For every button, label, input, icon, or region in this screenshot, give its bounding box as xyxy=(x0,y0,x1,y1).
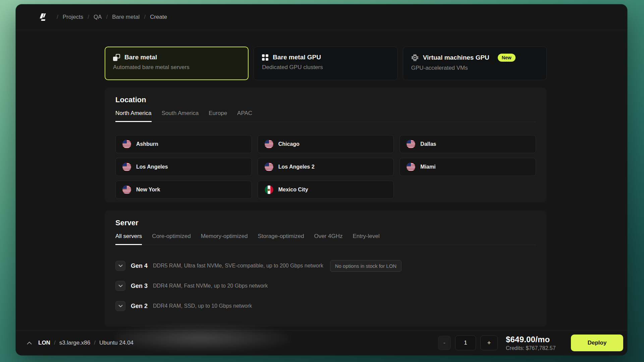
card-title: Bare metal xyxy=(124,54,157,61)
generation-name: Gen 2 xyxy=(131,303,148,310)
city-option-chicago[interactable]: Chicago xyxy=(258,135,394,153)
city-option-los-angeles[interactable]: Los Angeles xyxy=(115,158,252,176)
card-title: Virtual machines GPU xyxy=(423,54,489,61)
price-block: $649.00/mo Credits: $767,782.57 xyxy=(506,335,563,351)
new-badge: New xyxy=(498,54,516,62)
city-option-mexico-city[interactable]: Mexico City xyxy=(258,181,394,199)
city-option-ashburn[interactable]: Ashburn xyxy=(115,135,252,153)
us-flag-icon xyxy=(265,140,273,148)
tab-europe[interactable]: Europe xyxy=(209,110,227,122)
city-grid: Ashburn Chicago Dallas Los Angeles Los A… xyxy=(115,135,536,199)
app-window: / Projects / QA / Bare metal / Create Ba… xyxy=(16,4,627,355)
stacked-servers-icon xyxy=(113,54,120,61)
city-option-los-angeles-2[interactable]: Los Angeles 2 xyxy=(258,158,394,176)
grid-icon xyxy=(262,54,268,61)
credits-balance: Credits: $767,782.57 xyxy=(506,345,563,351)
city-name: Dallas xyxy=(420,141,436,147)
server-panel: Server All servers Core-optimized Memory… xyxy=(105,210,547,327)
breadcrumb: / Projects / QA / Bare metal / Create xyxy=(57,14,167,20)
chevron-down-icon xyxy=(118,285,123,287)
chevron-down-icon xyxy=(118,264,123,267)
location-region-tabs: North America South America Europe APAC xyxy=(115,110,536,122)
summary-os: Ubuntu 24.04 xyxy=(99,340,133,346)
city-name: Chicago xyxy=(278,141,300,147)
summary-separator: / xyxy=(54,340,56,346)
breadcrumb-separator: / xyxy=(88,14,89,20)
generation-description: DDR4 RAM, SSD, up to 10 Gbps network xyxy=(153,303,252,309)
city-name: Los Angeles 2 xyxy=(278,164,315,170)
quantity-increase-button[interactable]: + xyxy=(480,336,498,350)
breadcrumb-separator: / xyxy=(144,14,146,20)
card-description: Dedicated GPU clusters xyxy=(262,64,389,71)
city-name: Mexico City xyxy=(278,187,308,193)
server-title: Server xyxy=(115,219,536,227)
us-flag-icon xyxy=(122,163,131,171)
generation-row-gen2: Gen 2 DDR4 RAM, SSD, up to 10 Gbps netwo… xyxy=(115,299,536,313)
city-name: Ashburn xyxy=(136,141,158,147)
summary-location: LON xyxy=(38,340,50,346)
expand-gen3-button[interactable] xyxy=(115,281,125,291)
summary-server-type: s3.large.x86 xyxy=(59,340,91,346)
breadcrumb-item-project[interactable]: QA xyxy=(94,14,102,20)
card-description: GPU-accelerated VMs xyxy=(411,65,538,71)
chevron-down-icon xyxy=(118,305,123,307)
latitude-logo-icon[interactable] xyxy=(38,12,48,22)
cpu-chip-icon xyxy=(411,54,419,61)
generation-list: Gen 4 DDR5 RAM, Ultra fast NVMe, SVE-com… xyxy=(115,258,536,313)
generation-name: Gen 4 xyxy=(131,262,148,269)
location-panel: Location North America South America Eur… xyxy=(105,87,547,202)
tab-entry-level[interactable]: Entry-level xyxy=(353,233,379,245)
breadcrumb-item-projects[interactable]: Projects xyxy=(63,14,83,20)
tab-memory-optimized[interactable]: Memory-optimized xyxy=(201,233,248,245)
server-filter-tabs: All servers Core-optimized Memory-optimi… xyxy=(115,233,536,245)
summary-separator: / xyxy=(94,340,96,346)
product-type-cards: Bare metal Automated bare metal servers … xyxy=(105,47,547,80)
generation-description: DDR4 RAM, Fast NVMe, up to 20 Gbps netwo… xyxy=(153,283,268,289)
tab-storage-optimized[interactable]: Storage-optimized xyxy=(258,233,304,245)
generation-name: Gen 3 xyxy=(131,283,148,290)
top-bar: / Projects / QA / Bare metal / Create xyxy=(16,4,627,30)
us-flag-icon xyxy=(407,163,415,171)
config-summary: LON / s3.large.x86 / Ubuntu 24.04 xyxy=(38,340,133,346)
collapse-summary-button[interactable] xyxy=(27,342,32,345)
chevron-up-icon xyxy=(27,342,32,345)
breadcrumb-separator: / xyxy=(57,14,58,20)
monthly-price: $649.00/mo xyxy=(506,335,563,344)
city-name: New York xyxy=(136,187,160,193)
city-name: Los Angeles xyxy=(136,164,168,170)
us-flag-icon xyxy=(122,140,131,148)
deploy-summary-bar: LON / s3.large.x86 / Ubuntu 24.04 - 1 + … xyxy=(16,330,627,355)
city-option-miami[interactable]: Miami xyxy=(399,158,536,176)
generation-row-gen3: Gen 3 DDR4 RAM, Fast NVMe, up to 20 Gbps… xyxy=(115,279,536,293)
breadcrumb-item-bare-metal[interactable]: Bare metal xyxy=(112,14,140,20)
quantity-value[interactable]: 1 xyxy=(455,336,476,350)
city-option-dallas[interactable]: Dallas xyxy=(399,135,536,153)
card-bare-metal-gpu[interactable]: Bare metal GPU Dedicated GPU clusters xyxy=(254,47,397,80)
expand-gen4-button[interactable] xyxy=(115,261,125,271)
card-description: Automated bare metal servers xyxy=(113,64,240,71)
deploy-button[interactable]: Deploy xyxy=(571,335,623,351)
breadcrumb-item-create: Create xyxy=(150,14,167,20)
tab-north-america[interactable]: North America xyxy=(115,110,152,122)
us-flag-icon xyxy=(265,163,273,171)
tab-over-4ghz[interactable]: Over 4GHz xyxy=(314,233,342,245)
stock-status-badge: No options in stock for LON xyxy=(330,260,401,272)
breadcrumb-separator: / xyxy=(106,14,108,20)
tab-south-america[interactable]: South America xyxy=(162,110,199,122)
quantity-decrease-button[interactable]: - xyxy=(438,336,451,350)
city-name: Miami xyxy=(420,164,435,170)
generation-row-gen4: Gen 4 DDR5 RAM, Ultra fast NVMe, SVE-com… xyxy=(115,258,536,273)
us-flag-icon xyxy=(122,185,131,194)
location-title: Location xyxy=(115,96,536,104)
card-virtual-machines-gpu[interactable]: Virtual machines GPU New GPU-accelerated… xyxy=(403,47,547,80)
card-title: Bare metal GPU xyxy=(273,54,321,61)
city-option-new-york[interactable]: New York xyxy=(115,181,252,199)
generation-description: DDR5 RAM, Ultra fast NVMe, SVE-compatibl… xyxy=(153,263,323,269)
tab-apac[interactable]: APAC xyxy=(237,110,252,122)
card-bare-metal[interactable]: Bare metal Automated bare metal servers xyxy=(105,47,249,80)
us-flag-icon xyxy=(407,140,415,148)
mexico-flag-icon xyxy=(265,185,273,194)
expand-gen2-button[interactable] xyxy=(115,301,125,311)
tab-core-optimized[interactable]: Core-optimized xyxy=(152,233,191,245)
tab-all-servers[interactable]: All servers xyxy=(115,233,142,245)
